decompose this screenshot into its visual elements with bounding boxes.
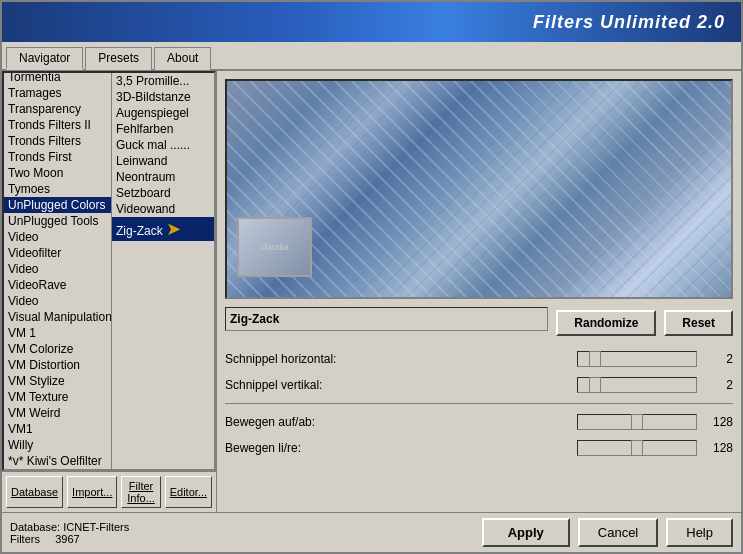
category-list-item[interactable]: VM Distortion <box>4 357 111 373</box>
category-list-item[interactable]: Video <box>4 293 111 309</box>
filter-name: Zig-Zack <box>230 312 279 326</box>
right-panel: claudia Zig-Zack Randomize Reset Schnipp… <box>217 71 741 512</box>
action-buttons: Apply Cancel Help <box>482 518 733 547</box>
category-list-item[interactable]: Willy <box>4 437 111 453</box>
category-list-item[interactable]: VM Colorize <box>4 341 111 357</box>
filter-list-item[interactable]: Guck mal ...... <box>112 137 214 153</box>
filter-list-item[interactable]: Fehlfarben <box>112 121 214 137</box>
param-value: 128 <box>701 415 733 429</box>
status-bar: Database: ICNET-Filters Filters 3967 App… <box>2 512 741 552</box>
param-slider[interactable] <box>577 351 697 367</box>
app-title: Filters Unlimited 2.0 <box>533 12 725 33</box>
param-slider[interactable] <box>577 440 697 456</box>
param-slider-container: 2 <box>577 351 733 367</box>
param-value: 2 <box>701 378 733 392</box>
category-list-item[interactable]: Videofilter <box>4 245 111 261</box>
category-list-item[interactable]: Tronds Filters <box>4 133 111 149</box>
param-slider-container: 128 <box>577 414 733 430</box>
category-list-item[interactable]: VM1 <box>4 421 111 437</box>
filter-list-item[interactable]: Neontraum <box>112 169 214 185</box>
main-content: TormentiaTramagesTransparencyTronds Filt… <box>2 71 741 512</box>
param-label: Bewegen li/re: <box>225 441 577 455</box>
tab-about[interactable]: About <box>154 47 211 70</box>
category-list-item[interactable]: VM Texture <box>4 389 111 405</box>
filter-list-item[interactable]: Setzboard <box>112 185 214 201</box>
preview-area: claudia <box>225 79 733 299</box>
arrow-icon: ➤ <box>166 218 181 240</box>
database-info: Database: ICNET-Filters <box>10 521 482 533</box>
param-slider-container: 2 <box>577 377 733 393</box>
cancel-button[interactable]: Cancel <box>578 518 658 547</box>
param-label: Schnippel vertikal: <box>225 378 577 392</box>
randomize-button[interactable]: Randomize <box>556 310 656 336</box>
category-list-item[interactable]: VideoRave <box>4 277 111 293</box>
filter-list[interactable]: 3,5 Promille...3D-BildstanzeAugenspiegel… <box>112 73 214 469</box>
filter-info-button[interactable]: Filter Info... <box>121 476 160 508</box>
param-label: Schnippel horizontal: <box>225 352 577 366</box>
category-list-item[interactable]: Video <box>4 261 111 277</box>
param-slider-container: 128 <box>577 440 733 456</box>
filter-list-item[interactable]: 3,5 Promille... <box>112 73 214 89</box>
title-bar: Filters Unlimited 2.0 <box>2 2 741 42</box>
param-slider[interactable] <box>577 414 697 430</box>
param-row: Schnippel horizontal:2 <box>225 347 733 371</box>
category-list-item[interactable]: Transparency <box>4 101 111 117</box>
filter-list-item[interactable]: Zig-Zack ➤ <box>112 217 214 241</box>
apply-button[interactable]: Apply <box>482 518 570 547</box>
tab-navigator[interactable]: Navigator <box>6 47 83 70</box>
import-button[interactable]: Import... <box>67 476 117 508</box>
param-row: Bewegen auf/ab:128 <box>225 410 733 434</box>
thumbnail: claudia <box>237 217 312 277</box>
help-button[interactable]: Help <box>666 518 733 547</box>
category-list-item[interactable]: Tymoes <box>4 181 111 197</box>
left-button-bar: Database Import... Filter Info... Editor… <box>2 471 216 512</box>
database-button[interactable]: Database <box>6 476 63 508</box>
category-list-item[interactable]: *v* Kiwi's Oelfilter <box>4 453 111 469</box>
category-list[interactable]: TormentiaTramagesTransparencyTronds Filt… <box>4 73 112 469</box>
filter-list-item[interactable]: Videowand <box>112 201 214 217</box>
param-label: Bewegen auf/ab: <box>225 415 577 429</box>
category-list-item[interactable]: VM Weird <box>4 405 111 421</box>
category-list-item[interactable]: UnPlugged Tools <box>4 213 111 229</box>
filter-list-item[interactable]: Leinwand <box>112 153 214 169</box>
list-wrapper: TormentiaTramagesTransparencyTronds Filt… <box>2 71 216 471</box>
filter-name-bar: Zig-Zack <box>225 307 548 331</box>
category-list-item[interactable]: Tronds Filters II <box>4 117 111 133</box>
filter-list-item[interactable]: 3D-Bildstanze <box>112 89 214 105</box>
tab-presets[interactable]: Presets <box>85 47 152 70</box>
category-list-item[interactable]: Two Moon <box>4 165 111 181</box>
param-row: Bewegen li/re:128 <box>225 436 733 460</box>
param-separator <box>225 403 733 404</box>
param-row: Schnippel vertikal:2 <box>225 373 733 397</box>
main-window: Filters Unlimited 2.0 Navigator Presets … <box>0 0 743 554</box>
tab-bar: Navigator Presets About <box>2 42 741 71</box>
filters-info: Filters 3967 <box>10 533 482 545</box>
status-info: Database: ICNET-Filters Filters 3967 <box>10 521 482 545</box>
left-panel: TormentiaTramagesTransparencyTronds Filt… <box>2 71 217 512</box>
filter-list-item[interactable]: Augenspiegel <box>112 105 214 121</box>
param-value: 2 <box>701 352 733 366</box>
category-list-item[interactable]: Tormentia <box>4 73 111 85</box>
category-list-item[interactable]: Visual Manipulation <box>4 309 111 325</box>
category-list-item[interactable]: Tramages <box>4 85 111 101</box>
category-list-item[interactable]: Video <box>4 229 111 245</box>
category-list-item[interactable]: UnPlugged Colors <box>4 197 111 213</box>
editor-button[interactable]: Editor... <box>165 476 212 508</box>
params-section: Schnippel horizontal:2Schnippel vertikal… <box>225 347 733 504</box>
param-value: 128 <box>701 441 733 455</box>
param-slider[interactable] <box>577 377 697 393</box>
reset-button[interactable]: Reset <box>664 310 733 336</box>
category-list-item[interactable]: VM Stylize <box>4 373 111 389</box>
category-list-item[interactable]: Tronds First <box>4 149 111 165</box>
category-list-item[interactable]: VM 1 <box>4 325 111 341</box>
